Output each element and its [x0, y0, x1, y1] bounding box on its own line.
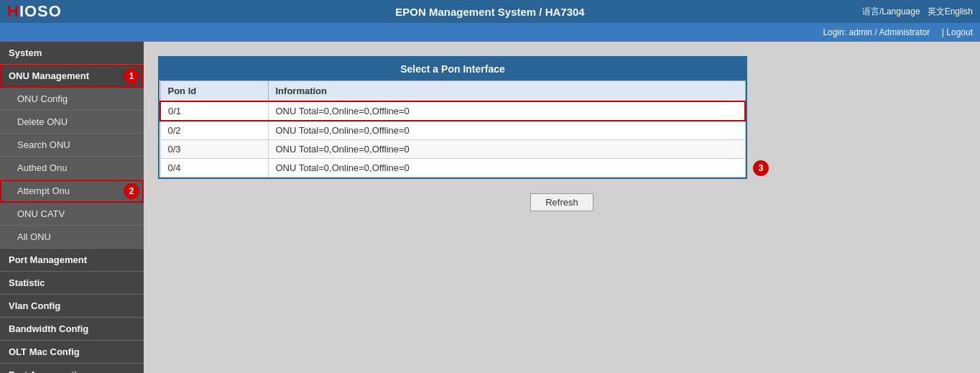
separator — [933, 27, 938, 37]
header-top: HIOSO EPON Management System / HA7304 语言… — [0, 0, 980, 23]
sidebar-item-port-management[interactable]: Port Management — [0, 249, 144, 272]
col-pon-id: Pon Id — [160, 81, 268, 102]
sidebar-item-port-aggregation[interactable]: Port Aggregration — [0, 364, 144, 373]
lang-label: 语言/Language — [862, 6, 920, 18]
refresh-button[interactable]: Refresh — [530, 193, 593, 211]
sidebar-item-olt-mac-config[interactable]: OLT Mac Config — [0, 341, 144, 364]
logo: HIOSO — [7, 2, 62, 21]
sidebar-item-delete-onu[interactable]: Delete ONU — [0, 111, 144, 134]
pon-id-cell: 0/3 — [160, 140, 268, 159]
table-row[interactable]: 0/4ONU Total=0,Online=0,Offline=0 — [160, 159, 745, 178]
onu-management-label: ONU Management — [9, 70, 89, 81]
pon-table-wrapper: Select a Pon Interface Pon Id Informatio… — [158, 56, 747, 179]
refresh-area: Refresh — [158, 193, 966, 211]
sidebar-item-onu-catv[interactable]: ONU CATV — [0, 203, 144, 226]
lang-value[interactable]: 英文English — [928, 6, 973, 18]
attempt-onu-label: Attempt Onu — [17, 185, 70, 196]
sidebar-item-system[interactable]: System — [0, 42, 144, 65]
header-bottom: Login: admin / Administrator | Logout — [0, 23, 980, 42]
info-cell: ONU Total=0,Online=0,Offline=0 — [268, 101, 745, 121]
table-row[interactable]: 0/3ONU Total=0,Online=0,Offline=0 — [160, 140, 745, 159]
info-cell: ONU Total=0,Online=0,Offline=0 — [268, 121, 745, 140]
content-area: Select a Pon Interface Pon Id Informatio… — [144, 42, 980, 373]
sidebar-item-onu-management[interactable]: ONU Management 1 — [0, 65, 144, 88]
header-language[interactable]: 语言/Language 英文English — [862, 6, 973, 18]
pon-id-cell: 0/1 — [160, 101, 268, 121]
badge-3: 3 — [753, 160, 769, 176]
main-layout: System ONU Management 1 ONU Config Delet… — [0, 42, 980, 373]
info-cell: ONU Total=0,Online=0,Offline=0 — [268, 159, 745, 178]
login-info: Login: admin / Administrator — [823, 27, 930, 37]
logout-link[interactable]: | Logout — [942, 27, 973, 37]
badge-2: 2 — [124, 183, 139, 199]
pon-id-cell: 0/4 — [160, 159, 268, 178]
pon-id-cell: 0/2 — [160, 121, 268, 140]
sidebar-item-authed-onu[interactable]: Authed Onu — [0, 157, 144, 180]
table-row[interactable]: 0/1ONU Total=0,Online=0,Offline=0 — [160, 101, 745, 121]
sidebar-item-onu-config[interactable]: ONU Config — [0, 88, 144, 111]
logo-text: HIOSO — [7, 2, 62, 21]
pon-table-title: Select a Pon Interface — [160, 57, 746, 80]
pon-table-container: Select a Pon Interface Pon Id Informatio… — [158, 56, 747, 179]
sidebar: System ONU Management 1 ONU Config Delet… — [0, 42, 144, 373]
sidebar-item-bandwidth-config[interactable]: Bandwidth Config — [0, 318, 144, 341]
badge-1: 1 — [124, 68, 139, 84]
sidebar-item-search-onu[interactable]: Search ONU — [0, 134, 144, 157]
info-cell: ONU Total=0,Online=0,Offline=0 — [268, 140, 745, 159]
sidebar-item-attempt-onu[interactable]: Attempt Onu 2 — [0, 180, 144, 203]
pon-table: Pon Id Information 0/1ONU Total=0,Online… — [160, 80, 746, 178]
sidebar-item-vlan-config[interactable]: Vlan Config — [0, 295, 144, 318]
header-title: EPON Management System / HA7304 — [395, 6, 584, 18]
col-information: Information — [268, 81, 745, 102]
sidebar-item-all-onu[interactable]: All ONU — [0, 226, 144, 249]
table-row[interactable]: 0/2ONU Total=0,Online=0,Offline=0 — [160, 121, 745, 140]
sidebar-item-statistic[interactable]: Statistic — [0, 272, 144, 295]
